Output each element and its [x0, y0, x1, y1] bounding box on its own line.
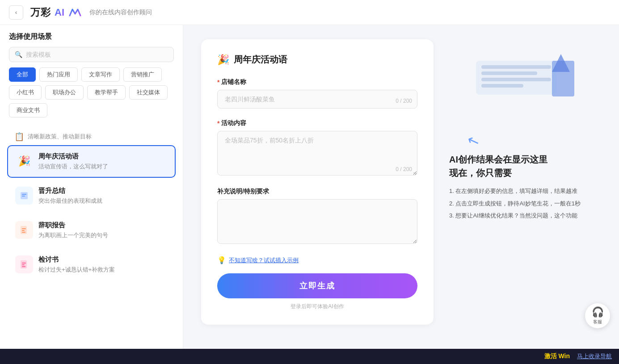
sidebar-header: 选择使用场景 🔍 — [0, 25, 183, 67]
cat-tag-article[interactable]: 文章写作 — [81, 67, 120, 82]
mockup-card — [476, 61, 556, 95]
textarea-wrap-activity: 0 / 200 ⤡ — [217, 131, 417, 177]
svg-rect-2 — [22, 196, 25, 197]
mockup-line-2 — [481, 71, 537, 75]
logo-icon — [68, 8, 82, 17]
template-name-promotion: 晋升总结 — [38, 187, 168, 195]
template-icon-resignation — [15, 221, 33, 239]
template-item-anniversary[interactable]: 🎉 周年庆活动语 活动宣传语，这么写就对了 — [7, 145, 176, 178]
activate-text: 激活 Win — [544, 352, 570, 360]
template-item-review[interactable]: 检讨书 检讨过失+诚恳认错+补救方案 — [7, 248, 176, 281]
field-label-extra: 补充说明/特别要求 — [217, 188, 417, 196]
hint-icon: 💡 — [217, 256, 226, 264]
mockup-line-1 — [481, 65, 551, 69]
extra-notes-textarea[interactable] — [217, 199, 417, 244]
ai-result-panel: ↖ AI创作结果会在显示这里 现在，你只需要 1. 在左侧填好必要的信息，填写越… — [440, 52, 619, 233]
app-header: ‹ 万彩 AI 你的在线内容创作顾问 — [0, 0, 619, 25]
cat-tag-education[interactable]: 教学帮手 — [87, 85, 126, 100]
form-title: 🎉 周年庆活动语 — [217, 54, 417, 66]
ai-arrow-icon: ↖ — [464, 131, 481, 151]
template-info-anniversary: 周年庆活动语 活动宣传语，这么写就对了 — [38, 152, 168, 171]
field-input-wrap-shop: 0 / 200 — [217, 90, 417, 109]
cat-tag-office[interactable]: 职场办公 — [45, 85, 84, 100]
template-item-promotion[interactable]: 晋升总结 突出你最佳的表现和成就 — [7, 180, 176, 212]
textarea-wrap-extra — [217, 199, 417, 245]
label-text-extra: 补充说明/特别要求 — [217, 188, 269, 196]
template-icon-review — [15, 255, 33, 273]
main-layout: 选择使用场景 🔍 全部 热门应用 文章写作 营销推广 小红书 职场办公 教学帮手… — [0, 25, 619, 364]
char-count-shop: 0 / 200 — [396, 98, 412, 104]
mockup-line-3 — [481, 78, 551, 81]
field-activity-content: * 活动内容 0 / 200 ⤡ — [217, 119, 417, 177]
form-title-text: 周年庆活动语 — [234, 54, 287, 66]
template-name-review: 检讨书 — [38, 255, 168, 264]
template-info-review: 检讨书 检讨过失+诚恳认错+补救方案 — [38, 255, 168, 274]
cat-tag-all[interactable]: 全部 — [9, 67, 36, 82]
cat-tag-marketing[interactable]: 营销推广 — [123, 67, 162, 82]
activity-content-textarea[interactable] — [217, 131, 417, 176]
policy-item: 📋 清晰新政策、推动新目标 — [7, 128, 176, 145]
category-section: 全部 热门应用 文章写作 营销推广 小红书 职场办公 教学帮手 社交媒体 商业文… — [0, 67, 183, 125]
cat-tag-hot[interactable]: 热门应用 — [39, 67, 78, 82]
template-desc-anniversary: 活动宣传语，这么写就对了 — [38, 163, 168, 171]
back-button[interactable]: ‹ — [9, 5, 23, 20]
mockup-line-4 — [481, 84, 523, 88]
cat-tag-social[interactable]: 社交媒体 — [129, 85, 168, 100]
sidebar-title: 选择使用场景 — [9, 32, 174, 42]
svg-rect-1 — [22, 194, 26, 195]
generate-button[interactable]: 立即生成 — [217, 273, 417, 298]
customer-service-button[interactable]: 🎧 客服 — [585, 303, 610, 328]
generate-hint: 登录后即可体验AI创作 — [217, 303, 417, 310]
template-name-anniversary: 周年庆活动语 — [38, 152, 168, 161]
ai-mockup — [476, 61, 565, 123]
template-list: 📋 清晰新政策、推动新目标 🎉 周年庆活动语 活动宣传语，这么写就对了 晋升总结… — [0, 125, 183, 364]
logo-area: 万彩 AI — [30, 6, 82, 19]
logo-ai-text: AI — [55, 7, 64, 18]
search-icon: 🔍 — [15, 51, 22, 58]
ai-tip-list: 1. 在左侧填好必要的信息，填写越详细，结果越准 2. 点击立即生成按钮，静待A… — [449, 187, 581, 224]
field-extra-notes: 补充说明/特别要求 — [217, 188, 417, 245]
cs-label: 客服 — [593, 319, 602, 325]
header-subtitle: 你的在线内容创作顾问 — [89, 8, 152, 17]
field-shop-name: * 店铺名称 0 / 200 — [217, 78, 417, 109]
ai-tip-3: 3. 想要让AI继续优化结果？当然没问题，这个功能 — [449, 211, 581, 220]
cat-tag-business[interactable]: 商业文书 — [9, 103, 47, 117]
ai-tip-1: 1. 在左侧填好必要的信息，填写越详细，结果越准 — [449, 187, 581, 196]
svg-rect-5 — [22, 230, 25, 231]
ai-tip-2: 2. 点击立即生成按钮，静待AI妙笔生花，一般在1秒 — [449, 199, 581, 208]
cat-tag-xiaohongshu[interactable]: 小红书 — [9, 85, 42, 100]
ai-illustration: ↖ AI创作结果会在显示这里 现在，你只需要 1. 在左侧填好必要的信息，填写越… — [449, 132, 610, 224]
label-text-activity: 活动内容 — [221, 119, 246, 127]
template-item-resignation[interactable]: 辞职报告 为离职画上一个完美的句号 — [7, 214, 176, 247]
ai-tip-title: AI创作结果会在显示这里 现在，你只需要 — [449, 153, 547, 180]
template-icon-anniversary: 🎉 — [15, 152, 33, 170]
svg-rect-6 — [22, 232, 25, 233]
category-row-3: 商业文书 — [9, 103, 174, 117]
template-desc-resignation: 为离职画上一个完美的句号 — [38, 231, 168, 239]
policy-icon: 📋 — [14, 132, 24, 142]
resize-icon: ⤡ — [413, 171, 417, 176]
svg-rect-10 — [22, 266, 25, 267]
category-row-2: 小红书 职场办公 教学帮手 社交媒体 — [9, 85, 174, 100]
shop-name-input[interactable] — [217, 90, 417, 109]
template-desc-promotion: 突出你最佳的表现和成就 — [38, 197, 168, 205]
template-name-resignation: 辞职报告 — [38, 221, 168, 230]
form-title-icon: 🎉 — [217, 54, 229, 66]
hint-link[interactable]: 不知道写啥？试试插入示例 — [229, 256, 299, 264]
required-star-activity: * — [217, 120, 219, 127]
char-count-activity: 0 / 200 — [396, 166, 412, 172]
bottom-nav-link[interactable]: 马上收录导航 — [577, 352, 612, 360]
search-input[interactable] — [26, 51, 168, 58]
required-star-shop: * — [217, 79, 219, 86]
template-icon-promotion — [15, 187, 33, 205]
svg-rect-4 — [22, 228, 26, 229]
search-box[interactable]: 🔍 — [9, 47, 174, 62]
cs-icon: 🎧 — [592, 306, 604, 318]
template-desc-review: 检讨过失+诚恳认错+补救方案 — [38, 266, 168, 274]
policy-text: 清晰新政策、推动新目标 — [28, 133, 92, 141]
template-info-resignation: 辞职报告 为离职画上一个完美的句号 — [38, 221, 168, 239]
field-label-shop-name: * 店铺名称 — [217, 78, 417, 86]
svg-rect-9 — [22, 264, 25, 265]
back-icon: ‹ — [15, 9, 17, 16]
template-info-promotion: 晋升总结 突出你最佳的表现和成就 — [38, 187, 168, 205]
